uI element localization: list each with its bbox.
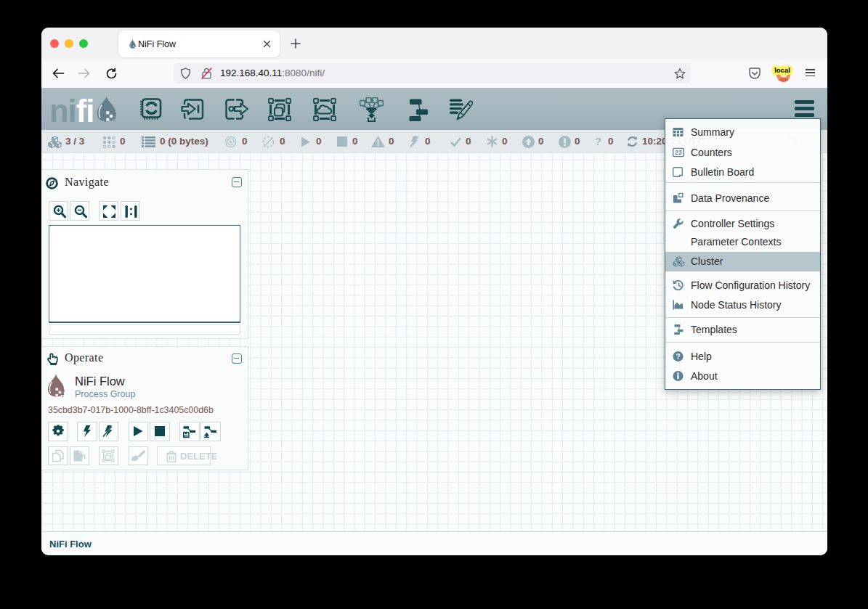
svg-text:23: 23: [675, 149, 682, 156]
svg-text:?: ?: [676, 352, 680, 360]
